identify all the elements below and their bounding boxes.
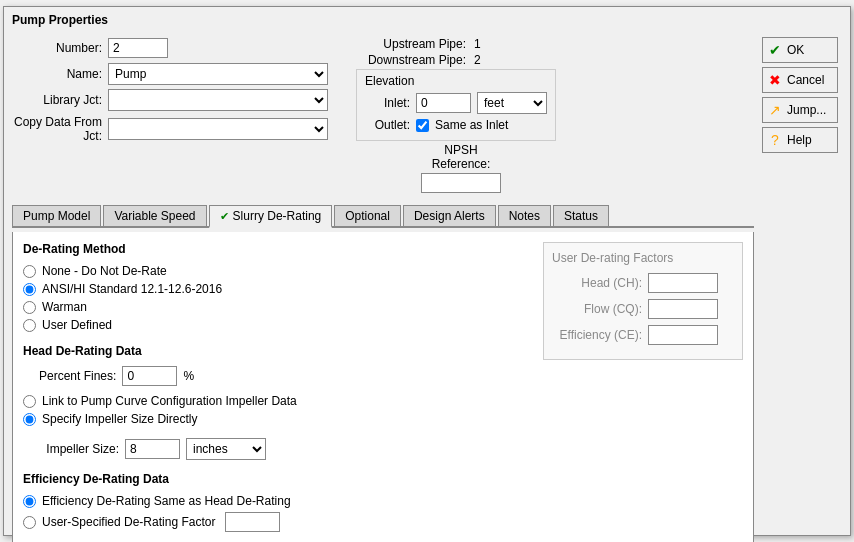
radio-specify-impeller[interactable] <box>23 413 36 426</box>
outlet-label: Outlet: <box>365 118 410 132</box>
tab-optional[interactable]: Optional <box>334 205 401 226</box>
radio-user-row: User Defined <box>23 318 523 332</box>
jump-label: Jump... <box>787 103 826 117</box>
copy-label: Copy Data From Jct: <box>12 115 102 143</box>
cancel-label: Cancel <box>787 73 824 87</box>
impeller-unit-select[interactable]: inches mm cm <box>186 438 266 460</box>
tab-design-alerts[interactable]: Design Alerts <box>403 205 496 226</box>
jump-button[interactable]: ↗ Jump... <box>762 97 838 123</box>
efficiency-section: Efficiency De-Rating Data Efficiency De-… <box>23 472 523 532</box>
impeller-source-group: Link to Pump Curve Configuration Impelle… <box>23 394 523 426</box>
copy-select[interactable] <box>108 118 328 140</box>
library-row: Library Jct: <box>12 89 328 111</box>
radio-user-defined[interactable] <box>23 319 36 332</box>
window-title: Pump Properties <box>12 13 108 27</box>
link-radio-label: Link to Pump Curve Configuration Impelle… <box>42 394 297 408</box>
cancel-button[interactable]: ✖ Cancel <box>762 67 838 93</box>
cancel-icon: ✖ <box>767 72 783 88</box>
tab-variable-speed-label: Variable Speed <box>114 209 195 223</box>
tab-content-slurry: De-Rating Method None - Do Not De-Rate A… <box>12 232 754 542</box>
tab-content-inner: De-Rating Method None - Do Not De-Rate A… <box>23 242 743 542</box>
npsh-input[interactable] <box>421 173 501 193</box>
efficiency-ce-label: Efficiency (CE): <box>552 328 642 342</box>
head-ch-row: Head (CH): <box>552 273 734 293</box>
inlet-row: Inlet: feet meters <box>365 92 547 114</box>
tab-status[interactable]: Status <box>553 205 609 226</box>
inlet-input[interactable] <box>416 93 471 113</box>
percent-fines-input[interactable] <box>122 366 177 386</box>
efficiency-group: Efficiency De-Rating Same as Head De-Rat… <box>23 494 523 532</box>
title-bar: Pump Properties <box>4 7 850 31</box>
number-input[interactable] <box>108 38 168 58</box>
top-left-fields: Number: Name: Pump Library Jct: <box>12 37 328 193</box>
head-de-rating-title: Head De-Rating Data <box>23 344 523 358</box>
tab-notes[interactable]: Notes <box>498 205 551 226</box>
eff-user-row: User-Specified De-Rating Factor <box>23 512 523 532</box>
tab-variable-speed[interactable]: Variable Speed <box>103 205 206 226</box>
flow-cq-input <box>648 299 718 319</box>
de-rating-method-title: De-Rating Method <box>23 242 523 256</box>
slurry-left-col: De-Rating Method None - Do Not De-Rate A… <box>23 242 523 542</box>
efficiency-ce-row: Efficiency (CE): <box>552 325 734 345</box>
tab-pump-model[interactable]: Pump Model <box>12 205 101 226</box>
percent-fines-label: Percent Fines: <box>39 369 116 383</box>
flow-cq-row: Flow (CQ): <box>552 299 734 319</box>
radio-warman[interactable] <box>23 301 36 314</box>
pump-properties-window: Pump Properties Number: Name: Pump <box>3 6 851 536</box>
number-row: Number: <box>12 37 328 59</box>
npsh-sub: Reference: <box>432 157 491 171</box>
radio-warman-row: Warman <box>23 300 523 314</box>
radio-link-pump-curve[interactable] <box>23 395 36 408</box>
same-as-inlet-label: Same as Inlet <box>435 118 508 132</box>
radio-ansi-row: ANSI/HI Standard 12.1-12.6-2016 <box>23 282 523 296</box>
percent-fines-row: Percent Fines: % <box>39 366 523 386</box>
left-panel: Number: Name: Pump Library Jct: <box>12 37 754 542</box>
efficiency-title: Efficiency De-Rating Data <box>23 472 523 486</box>
tab-slurry-label: Slurry De-Rating <box>233 209 322 223</box>
help-button[interactable]: ? Help <box>762 127 838 153</box>
downstream-pipe-label: Downstream Pipe: <box>356 53 466 67</box>
radio-none-label: None - Do Not De-Rate <box>42 264 167 278</box>
efficiency-ce-input <box>648 325 718 345</box>
head-ch-label: Head (CH): <box>552 276 642 290</box>
ok-label: OK <box>787 43 804 57</box>
radio-user-label: User Defined <box>42 318 112 332</box>
upstream-pipe-row: Upstream Pipe: 1 <box>356 37 556 51</box>
user-derating-box: User De-rating Factors Head (CH): Flow (… <box>543 242 743 360</box>
top-section: Number: Name: Pump Library Jct: <box>12 37 754 197</box>
same-as-inlet-checkbox[interactable] <box>416 119 429 132</box>
inlet-label: Inlet: <box>365 96 410 110</box>
de-rating-method-group: None - Do Not De-Rate ANSI/HI Standard 1… <box>23 264 523 332</box>
copy-row: Copy Data From Jct: <box>12 115 328 143</box>
radio-none[interactable] <box>23 265 36 278</box>
radio-ansi[interactable] <box>23 283 36 296</box>
inlet-unit-select[interactable]: feet meters <box>477 92 547 114</box>
user-derating-title: User De-rating Factors <box>552 251 734 265</box>
slurry-tab-icon: ✔ <box>220 210 229 223</box>
npsh-label: NPSH <box>444 143 477 157</box>
radio-warman-label: Warman <box>42 300 87 314</box>
outlet-row: Outlet: Same as Inlet <box>365 114 547 136</box>
help-label: Help <box>787 133 812 147</box>
impeller-input[interactable] <box>125 439 180 459</box>
user-derating-col: User De-rating Factors Head (CH): Flow (… <box>543 242 743 542</box>
library-select[interactable] <box>108 89 328 111</box>
name-select[interactable]: Pump <box>108 63 328 85</box>
radio-eff-same[interactable] <box>23 495 36 508</box>
downstream-pipe-row: Downstream Pipe: 2 <box>356 53 556 67</box>
impeller-label: Impeller Size: <box>39 442 119 456</box>
downstream-pipe-value: 2 <box>474 53 481 67</box>
ok-button[interactable]: ✔ OK <box>762 37 838 63</box>
eff-user-input[interactable] <box>225 512 280 532</box>
eff-user-label: User-Specified De-Rating Factor <box>42 515 215 529</box>
tab-pump-model-label: Pump Model <box>23 209 90 223</box>
tab-notes-label: Notes <box>509 209 540 223</box>
tab-slurry-de-rating[interactable]: ✔ Slurry De-Rating <box>209 205 333 228</box>
head-ch-input <box>648 273 718 293</box>
radio-ansi-label: ANSI/HI Standard 12.1-12.6-2016 <box>42 282 222 296</box>
number-label: Number: <box>12 41 102 55</box>
jump-icon: ↗ <box>767 102 783 118</box>
npsh-section: NPSH Reference: <box>366 143 556 193</box>
radio-eff-user[interactable] <box>23 516 36 529</box>
help-icon: ? <box>767 132 783 148</box>
